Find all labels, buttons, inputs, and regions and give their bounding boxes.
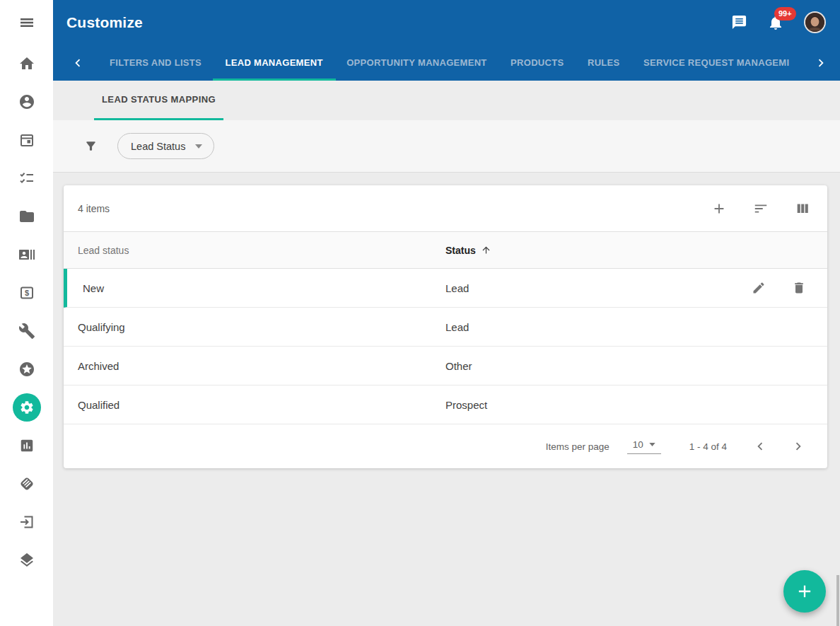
items-per-page-label: Items per page: [546, 441, 609, 452]
lead-status-mapping-card: 4 items Le: [64, 185, 827, 468]
chevron-left-icon: [752, 439, 768, 454]
lead-status-cell: Qualifying: [64, 321, 445, 333]
tasks-icon: [13, 164, 41, 192]
status-cell: Prospect: [445, 399, 827, 411]
lead-status-filter-chip[interactable]: Lead Status: [117, 133, 214, 159]
add-fab-button[interactable]: [783, 570, 826, 613]
layers-icon: [13, 546, 41, 574]
lead-status-cell: Archived: [64, 360, 445, 372]
plus-icon: [795, 581, 815, 601]
next-page-button[interactable]: [791, 439, 806, 454]
tabs: FILTERS AND LISTS LEAD MANAGEMENT OPPORT…: [90, 45, 809, 81]
pagination: Items per page 10 1 - 4 of 4: [64, 424, 827, 468]
filter-chip-label: Lead Status: [131, 141, 185, 152]
tab-service-request-management[interactable]: SERVICE REQUEST MANAGEMI: [639, 45, 793, 81]
subtab-lead-status-mapping[interactable]: LEAD STATUS MAPPING: [94, 81, 223, 120]
page-range-label: 1 - 4 of 4: [689, 441, 727, 452]
pencil-icon: [752, 281, 766, 295]
notification-badge: 99+: [774, 7, 796, 21]
filter-icon: [84, 139, 98, 153]
content-area: 4 items Le: [53, 173, 840, 626]
sidebar-item-tasks[interactable]: [0, 159, 53, 197]
previous-page-button[interactable]: [752, 439, 768, 454]
app-header: Customize 99+: [53, 0, 840, 45]
sidebar-item-layers[interactable]: [0, 541, 53, 579]
star-circle-icon: [13, 355, 41, 383]
notifications-button[interactable]: 99+: [767, 14, 784, 31]
home-icon: [13, 50, 41, 78]
sidebar-item-reports[interactable]: [0, 427, 53, 465]
contacts-icon: [13, 240, 41, 269]
tab-bar: FILTERS AND LISTS LEAD MANAGEMENT OPPORT…: [53, 45, 840, 81]
sidebar-item-exit[interactable]: [0, 503, 53, 541]
tab-filters-and-lists[interactable]: FILTERS AND LISTS: [105, 45, 206, 81]
tabs-scroll-left-button[interactable]: [66, 45, 90, 81]
status-cell: Other: [445, 360, 827, 372]
table-header-row: Lead status Status: [64, 232, 827, 269]
sidebar-item-home[interactable]: [0, 45, 53, 83]
gear-icon: [13, 393, 41, 422]
sub-tab-bar: LEAD STATUS MAPPING: [53, 81, 840, 120]
header-actions: 99+: [731, 11, 826, 33]
folder-icon: [13, 202, 41, 231]
exit-icon: [13, 508, 41, 536]
invoice-icon: $: [13, 279, 41, 307]
sort-icon: [753, 201, 769, 216]
sidebar-item-contacts[interactable]: [0, 236, 53, 274]
status-cell: Lead: [445, 282, 752, 294]
tab-products[interactable]: PRODUCTS: [506, 45, 568, 81]
handshake-icon: [13, 470, 41, 498]
sidebar-item-calendar[interactable]: [0, 121, 53, 159]
add-item-button[interactable]: [711, 201, 727, 216]
hamburger-icon: [18, 14, 35, 31]
chevron-right-icon: [791, 439, 806, 454]
toolbar-icons: [711, 201, 810, 216]
sort-ascending-arrow-icon: [481, 245, 491, 255]
chevron-down-icon: [649, 443, 655, 446]
delete-row-button[interactable]: [792, 281, 806, 295]
status-cell: Lead: [445, 321, 827, 333]
sidebar-item-invoice[interactable]: $: [0, 274, 53, 312]
sidebar-nav: $: [0, 45, 53, 579]
table-row[interactable]: Archived Other: [64, 347, 827, 386]
status-header-label: Status: [445, 245, 476, 256]
menu-button[interactable]: [0, 0, 53, 45]
items-count: 4 items: [78, 203, 110, 214]
account-icon: [13, 88, 41, 116]
sidebar-item-settings[interactable]: [0, 388, 53, 427]
page-title: Customize: [66, 14, 143, 31]
table-row[interactable]: Qualifying Lead: [64, 308, 827, 347]
chevron-down-icon: [195, 144, 202, 149]
chat-button[interactable]: [731, 14, 747, 30]
vertical-scrollbar-thumb[interactable]: [836, 575, 839, 626]
sidebar-item-tools[interactable]: [0, 312, 53, 350]
filter-bar: Lead Status: [53, 120, 840, 173]
lead-status-cell: Qualified: [64, 399, 445, 411]
table-row[interactable]: New Lead: [64, 269, 827, 308]
row-actions: [752, 281, 827, 295]
columns-icon: [795, 201, 810, 216]
page-size-select[interactable]: 10: [627, 439, 661, 454]
sidebar-item-folder[interactable]: [0, 197, 53, 236]
sidebar-item-deals[interactable]: [0, 465, 53, 503]
tabs-scroll-right-button[interactable]: [809, 45, 833, 81]
svg-text:$: $: [24, 289, 28, 297]
column-header-status[interactable]: Status: [445, 245, 827, 256]
sort-button[interactable]: [753, 201, 769, 216]
table-row[interactable]: Qualified Prospect: [64, 386, 827, 424]
lead-status-cell: New: [67, 282, 445, 294]
sidebar-item-account[interactable]: [0, 83, 53, 121]
sidebar-item-favorites[interactable]: [0, 350, 53, 388]
avatar[interactable]: [804, 11, 826, 33]
tab-rules[interactable]: RULES: [583, 45, 624, 81]
column-header-lead-status[interactable]: Lead status: [64, 245, 445, 256]
plus-icon: [711, 201, 727, 216]
chevron-right-icon: [813, 55, 829, 71]
bar-chart-icon: [13, 431, 41, 460]
edit-row-button[interactable]: [752, 281, 766, 295]
tab-opportunity-management[interactable]: OPPORTUNITY MANAGEMENT: [342, 45, 491, 81]
columns-button[interactable]: [795, 201, 810, 216]
tab-lead-management[interactable]: LEAD MANAGEMENT: [221, 45, 327, 81]
chevron-left-icon: [70, 55, 86, 71]
sidebar: $: [0, 0, 53, 626]
